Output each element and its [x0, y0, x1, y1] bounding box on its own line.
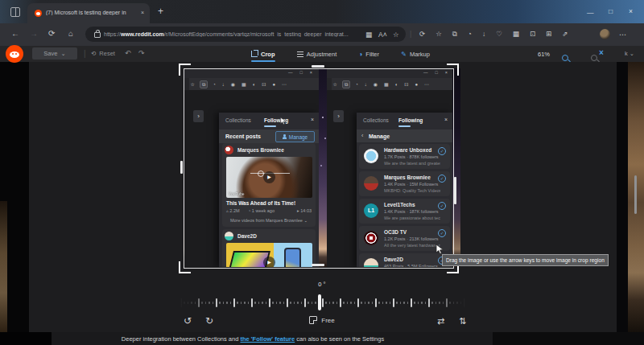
ruler-tick: [290, 302, 291, 304]
following-flyout: Collections Following × Recent posts Man…: [219, 113, 319, 267]
tab-adjustment[interactable]: Adjustment: [297, 47, 337, 60]
flip-horizontal-icon[interactable]: ⇄: [437, 317, 444, 326]
collections-icon[interactable]: ⧉: [451, 29, 459, 39]
ruler-tick: [237, 302, 238, 304]
forward-icon[interactable]: →: [30, 30, 38, 38]
crop-handle-top[interactable]: [312, 65, 324, 68]
video-card: Dave2D ▶ YouTube My Thoughts on M2 MacBo…: [222, 229, 316, 267]
crop-handle-bottom-left[interactable]: [179, 261, 191, 273]
tab-filter[interactable]: ◑ Filter: [359, 47, 380, 60]
ruler-tick: [347, 302, 349, 304]
tab-following: Following: [398, 117, 423, 123]
tab-actions-icon[interactable]: [10, 7, 20, 17]
video-title: This Was Ahead of Its Time!: [226, 200, 295, 206]
refresh-icon[interactable]: ⟳: [48, 30, 55, 38]
ruler-tick: [396, 302, 398, 304]
video-thumbnail: ▶ YouTube: [226, 243, 312, 267]
channel-name: Dave2D: [237, 233, 257, 239]
ruler-tick: [365, 302, 366, 304]
ruler-tick: [332, 302, 334, 304]
markup-label: Markup: [410, 51, 430, 58]
aspect-ratio-button[interactable]: Free: [298, 316, 346, 324]
maximize-icon[interactable]: □: [609, 8, 613, 15]
crop-handle-right[interactable]: [454, 177, 456, 204]
rotate-left-icon[interactable]: ↺: [184, 316, 192, 326]
tab-collections: Collections: [225, 117, 251, 123]
history-icon: ◔: [212, 81, 217, 88]
share-icon[interactable]: ⇗: [560, 29, 569, 39]
zoom-out-icon[interactable]: [591, 55, 597, 61]
close-icon[interactable]: ×: [629, 8, 633, 15]
following-check-icon: ✓: [438, 202, 446, 210]
tab-crop[interactable]: Crop: [251, 47, 275, 60]
ruler-tick: [372, 302, 374, 304]
favorites-star-icon[interactable]: ☆: [391, 30, 401, 40]
favorites-icon[interactable]: ☆: [434, 29, 444, 39]
close-icon: ×: [310, 71, 312, 76]
page-scrollbar[interactable]: [634, 175, 637, 214]
minimize-icon[interactable]: —: [587, 10, 594, 17]
footer-text: Deeper integration between Collections a…: [52, 335, 454, 343]
footer-segment: [0, 332, 52, 345]
ruler-tick: [400, 302, 402, 304]
channel-avatar: [364, 258, 378, 267]
crop-handle-top-right[interactable]: [447, 64, 459, 76]
mini-titlebar: —□×: [184, 68, 319, 78]
more-menu-icon[interactable]: ⋯: [619, 31, 626, 39]
recent-posts-label: Recent posts: [225, 133, 261, 139]
mini-titlebar: —□×: [327, 68, 452, 78]
downloads-icon: ↓: [221, 81, 225, 88]
crop-handle-left[interactable]: [180, 161, 183, 174]
sync-icon[interactable]: ⟳: [418, 29, 427, 39]
more-icon: ⋯: [423, 81, 431, 88]
undo-icon[interactable]: ↶: [125, 49, 131, 57]
reset-button[interactable]: ⟲Reset: [91, 50, 115, 57]
new-tab-icon[interactable]: +: [158, 6, 163, 17]
downloads-icon[interactable]: ↓: [481, 29, 487, 39]
ruler-tick: [390, 302, 391, 304]
phone-graphic: [284, 248, 301, 267]
ruler-tick: [308, 302, 309, 304]
rotation-indicator[interactable]: [318, 294, 321, 310]
save-button[interactable]: Save⌄: [32, 47, 77, 60]
video-thumbnail: ▶ YouTube: [226, 157, 312, 198]
tab-close-icon[interactable]: ×: [141, 10, 144, 15]
rotate-right-icon[interactable]: ↻: [205, 316, 213, 326]
crop-handle-bottom[interactable]: [312, 264, 324, 266]
tab-group-icon[interactable]: ⊞: [544, 29, 553, 39]
web-capture-icon[interactable]: ⊡: [528, 29, 537, 39]
profile-avatar[interactable]: [600, 29, 610, 39]
screenshot-left-window: —□× ☆⧉◔↓◉▦◐⊡●⋯ › Collections Following ×…: [184, 68, 319, 267]
more-videos-link: More videos from Marques Brownlee ⌄: [222, 218, 316, 223]
crop-handle-top-left[interactable]: [179, 64, 191, 76]
follow-feature-link[interactable]: the 'Follow' feature: [240, 335, 295, 343]
mini-window-controls: —□×: [288, 71, 312, 76]
home-icon[interactable]: ⌂: [68, 30, 73, 38]
url-field[interactable]: https://www.reddit.com/r/MicrosoftEdge/c…: [85, 27, 406, 42]
apps-icon[interactable]: ▦: [511, 29, 521, 39]
browser-toolbar: ⟳☆⧉◔↓♡▦⊡⊞⇗: [418, 29, 569, 39]
close-editor-icon[interactable]: ×: [599, 48, 604, 57]
read-aloud-icon[interactable]: A˄: [377, 30, 389, 40]
zoom-in-icon[interactable]: [562, 55, 568, 61]
browser-tab[interactable]: (7) Microsoft is testing deeper in ×: [27, 3, 150, 23]
ruler-tick: [425, 302, 427, 304]
history-icon[interactable]: ◔: [466, 29, 473, 39]
ruler-tick: [354, 302, 356, 304]
favorites-icon: ☆: [189, 81, 196, 88]
tab-grid-icon[interactable]: ▦: [364, 30, 374, 40]
rotation-ruler[interactable]: [180, 296, 465, 310]
ruler-tick: [357, 298, 359, 307]
back-icon[interactable]: ←: [11, 30, 19, 38]
flyout-header: ‹ Manage: [357, 129, 452, 142]
profile-icon: ●: [271, 81, 277, 88]
tab-markup[interactable]: ✎ Markup: [401, 47, 430, 60]
mini-toolbar: ☆⧉◔↓◉▦◐⊡●⋯: [189, 78, 319, 90]
flip-vertical-icon[interactable]: ⇅: [459, 317, 466, 326]
browser-essentials-icon[interactable]: ♡: [494, 29, 504, 39]
redo-icon[interactable]: ↷: [138, 49, 145, 57]
ruler-tick: [262, 302, 263, 304]
browser-addressbar: ← → ⟳ ⌂ https://www.reddit.com/r/Microso…: [0, 23, 644, 47]
ruler-tick: [312, 302, 313, 304]
active-tab-underline: [398, 125, 411, 127]
